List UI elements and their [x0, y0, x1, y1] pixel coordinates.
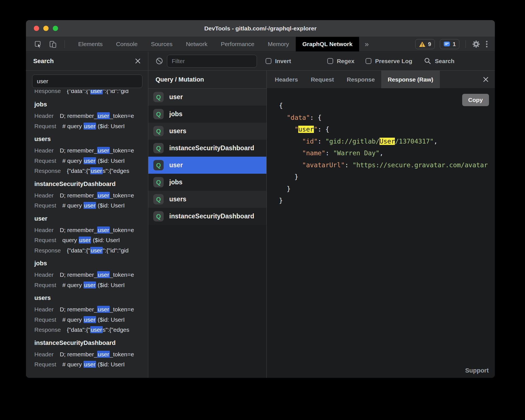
- fullscreen-window-button[interactable]: [53, 26, 58, 31]
- search-result-operation-name[interactable]: instanceSecurityDashboard: [34, 338, 145, 348]
- invert-label: Invert: [275, 58, 291, 65]
- json-token: :: [345, 161, 352, 169]
- devtools-tab-network[interactable]: Network: [179, 37, 214, 51]
- result-text: _token=e: [110, 192, 134, 199]
- minimize-window-button[interactable]: [43, 26, 49, 31]
- regex-checkbox[interactable]: [327, 58, 333, 64]
- search-result-operation-name[interactable]: jobs: [34, 99, 145, 110]
- devtools-tab-sources[interactable]: Sources: [144, 37, 179, 51]
- inspect-element-icon[interactable]: [34, 37, 42, 51]
- search-match-highlight: user: [97, 192, 110, 199]
- result-text: ($id: UserI: [96, 316, 125, 323]
- search-result-row: Response{"data":{"user":{"id":"gid: [34, 90, 145, 96]
- search-result-section: jobsHeaderD; remember_user_token=eReques…: [34, 258, 145, 290]
- result-row-content: D; remember_user_token=e: [60, 113, 134, 119]
- devtools-tab-memory[interactable]: Memory: [261, 37, 296, 51]
- result-row-content: # query user ($id: UserI: [62, 202, 125, 209]
- preserve-log-checkbox[interactable]: [366, 58, 371, 64]
- response-tab-response-raw[interactable]: Response (Raw): [381, 71, 440, 88]
- copy-button[interactable]: Copy: [462, 94, 489, 106]
- search-match-highlight: user: [83, 361, 96, 368]
- json-token: /13704317": [395, 138, 433, 145]
- close-window-button[interactable]: [34, 26, 39, 31]
- devtools-tab-performance[interactable]: Performance: [214, 37, 261, 51]
- warnings-badge[interactable]: 9: [415, 39, 435, 49]
- search-input[interactable]: [32, 75, 142, 88]
- search-result-row: Response{"data":{"users":{"edges: [34, 325, 145, 335]
- search-result-operation-name[interactable]: instanceSecurityDashboard: [34, 179, 145, 189]
- response-tabbar: HeadersRequestResponseResponse (Raw): [267, 71, 495, 89]
- search-match-highlight: user: [83, 202, 96, 209]
- result-text: ($id: UserI: [91, 237, 120, 243]
- query-badge-icon: Q: [153, 211, 164, 221]
- close-detail-icon[interactable]: [483, 71, 489, 88]
- result-row-content: {"data":{"users":{"edges: [67, 326, 129, 333]
- invert-checkbox[interactable]: [266, 58, 271, 64]
- network-search-button[interactable]: Search: [424, 57, 454, 65]
- device-toolbar-icon[interactable]: [49, 37, 57, 51]
- search-match-highlight: user: [83, 123, 96, 130]
- result-row-content: # query user ($id: UserI: [62, 282, 125, 288]
- search-result-operation-name[interactable]: users: [34, 134, 145, 144]
- query-list-item-jobs[interactable]: Qjobs: [148, 106, 266, 123]
- response-tab-headers[interactable]: Headers: [268, 71, 304, 88]
- query-list-item-user[interactable]: Quser: [148, 157, 266, 174]
- search-result-row: HeaderD; remember_user_token=e: [34, 349, 145, 360]
- result-text: # query: [62, 282, 83, 288]
- search-result-row: HeaderD; remember_user_token=e: [34, 190, 145, 201]
- search-match-highlight: user: [83, 316, 96, 323]
- search-match-highlight: user: [97, 271, 110, 278]
- result-text: _token=e: [110, 227, 134, 233]
- devtools-tab-elements[interactable]: Elements: [71, 37, 109, 51]
- close-search-panel-icon[interactable]: [135, 58, 141, 64]
- result-row-label: Header: [34, 113, 54, 119]
- query-list-item-user[interactable]: Quser: [148, 89, 266, 106]
- search-results: jobsHeaderD; remember_user_token=eReques…: [34, 99, 145, 370]
- search-result-operation-name[interactable]: users: [34, 293, 145, 303]
- more-tabs-chevron[interactable]: »: [359, 37, 374, 51]
- support-link[interactable]: Support: [465, 367, 489, 374]
- json-token: :: [325, 149, 333, 157]
- query-list-item-instancesecuritydashboard[interactable]: QinstanceSecurityDashboard: [148, 208, 266, 225]
- search-panel-title: Search: [33, 58, 54, 65]
- query-list-item-jobs[interactable]: Qjobs: [148, 174, 266, 191]
- search-result-row: Request# query user ($id: UserI: [34, 121, 145, 132]
- search-result-row: Request# query user ($id: UserI: [34, 201, 145, 211]
- result-text: D; remember_: [60, 147, 97, 154]
- query-list-item-instancesecuritydashboard[interactable]: QinstanceSecurityDashboard: [148, 140, 266, 157]
- settings-gear-icon[interactable]: [472, 40, 480, 48]
- search-icon: [424, 57, 431, 65]
- query-list-item-users[interactable]: Qusers: [148, 123, 266, 140]
- search-result-operation-name[interactable]: user: [34, 213, 145, 224]
- result-row-label: Header: [34, 192, 54, 199]
- devtools-tabbar-tabs: ElementsConsoleSourcesNetworkPerformance…: [71, 37, 359, 51]
- warning-triangle-icon: [419, 41, 426, 47]
- response-tab-request[interactable]: Request: [304, 71, 340, 88]
- json-token: ,: [434, 138, 438, 145]
- devtools-tab-graphql-network[interactable]: GraphQL Network: [296, 37, 359, 51]
- query-badge-icon: Q: [153, 194, 164, 204]
- search-results-scroll[interactable]: Response{"data":{"user":{"id":"gid jobsH…: [26, 88, 148, 378]
- messages-badge[interactable]: 1: [440, 39, 459, 49]
- kebab-menu-icon[interactable]: [485, 40, 488, 48]
- search-result-operation-name[interactable]: jobs: [34, 258, 145, 269]
- result-text: D; remember_: [60, 306, 97, 312]
- devtools-tab-console[interactable]: Console: [109, 37, 144, 51]
- result-row-label: Header: [34, 227, 54, 233]
- result-row-label: Header: [34, 271, 54, 278]
- search-match-highlight: user: [90, 326, 103, 333]
- result-text: _token=e: [110, 351, 134, 357]
- query-list-item-users[interactable]: Qusers: [148, 191, 266, 208]
- search-result-row: HeaderD; remember_user_token=e: [34, 145, 145, 156]
- filter-option-preserve-log[interactable]: Preserve Log: [366, 58, 412, 65]
- query-badge-icon: Q: [153, 143, 164, 153]
- result-text: {"data":{": [67, 247, 90, 254]
- response-tab-response[interactable]: Response: [340, 71, 381, 88]
- clear-block-icon[interactable]: [156, 57, 163, 65]
- filter-option-regex[interactable]: Regex: [327, 58, 354, 65]
- filter-option-invert[interactable]: Invert: [266, 58, 291, 65]
- message-bubble-icon: [443, 41, 450, 47]
- json-token: :: [318, 138, 325, 145]
- json-token: [279, 138, 302, 145]
- filter-input[interactable]: [167, 55, 257, 68]
